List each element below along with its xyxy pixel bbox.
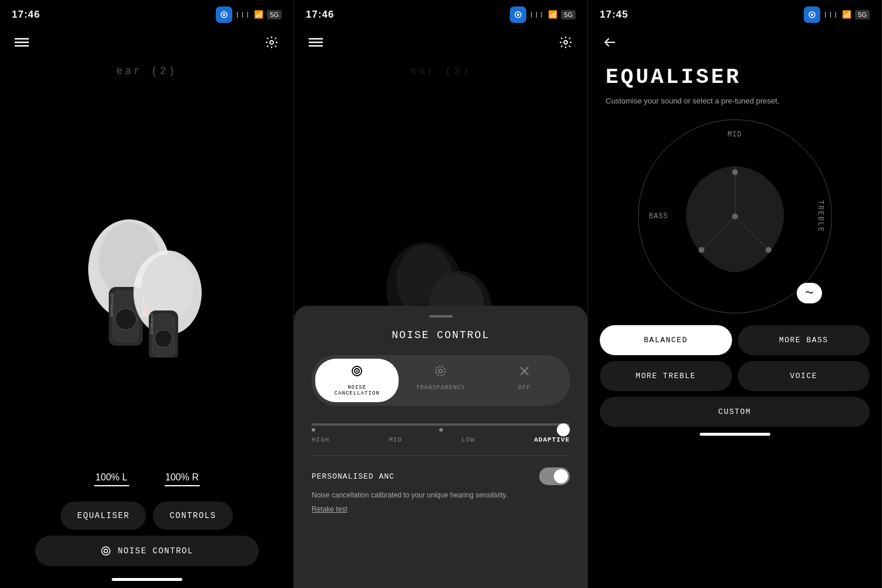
level-dots: [312, 428, 570, 432]
battery-row: 100% L 100% R: [94, 472, 200, 486]
eq-treble-label: TREBLE: [816, 200, 824, 232]
svg-point-20: [104, 549, 108, 553]
svg-point-10: [115, 309, 136, 330]
panel-main: 17:46 ||| 📶 5G ear (2) NOTHI: [0, 0, 294, 588]
eq-header: [588, 29, 881, 59]
level-dot-high: [312, 428, 315, 432]
anc-title: PERSONALISED ANC: [312, 472, 395, 481]
svg-point-1: [223, 14, 225, 16]
svg-point-41: [436, 366, 445, 376]
noise-opt-transparency[interactable]: TRANSPARENCY: [399, 359, 482, 402]
panel-equaliser: 17:45 ||| 📶 5G EQUALISER Customise your …: [588, 0, 882, 588]
svg-point-42: [439, 369, 442, 373]
svg-point-52: [699, 247, 704, 253]
level-row: HIGH MID LOW ADAPTIVE: [312, 423, 570, 443]
nc-icon: [350, 365, 363, 381]
wifi-icon-3: 📶: [842, 10, 851, 19]
panel-noise-control: 17:46 ||| 📶 5G ear (2): [294, 0, 588, 588]
noise-opt-nc[interactable]: NOISECANCELLATION: [315, 359, 399, 402]
preset-more-bass[interactable]: MORE BASS: [738, 325, 870, 355]
eq-title: EQUALISER: [606, 65, 864, 89]
svg-point-17: [155, 330, 172, 348]
battery-right-bar: [165, 485, 200, 486]
signal-icon-1: |||: [236, 11, 251, 18]
svg-text:NOTHING ear (2): NOTHING ear (2): [151, 313, 153, 334]
earbuds-area-1: NOTHING ear (2) NOTHING ear (2): [0, 83, 293, 467]
anc-section: PERSONALISED ANC Noise cancellation cali…: [312, 455, 570, 513]
battery-left: 100% L: [94, 472, 129, 486]
transparency-icon: [434, 365, 447, 381]
top-bar-1: [0, 29, 293, 59]
preset-balanced[interactable]: BALANCED: [600, 325, 732, 355]
signal-icon-3: |||: [824, 11, 839, 18]
anc-header: PERSONALISED ANC: [312, 467, 570, 485]
noise-control-icon: [100, 545, 112, 557]
battery-right: 100% R: [165, 472, 200, 486]
toggle-thumb: [554, 469, 568, 483]
retake-test-link[interactable]: Retake test: [312, 505, 570, 513]
anc-desc: Noise cancellation calibrated to your un…: [312, 490, 570, 500]
battery-right-pct: 100% R: [165, 472, 199, 483]
eq-visual: MID BASS TREBLE 〜: [638, 119, 832, 313]
wifi-icon-1: 📶: [254, 10, 263, 19]
svg-point-14: [142, 255, 193, 319]
eq-mid-label: MID: [727, 131, 742, 139]
status-time-3: 17:45: [600, 9, 628, 21]
settings-icon[interactable]: [265, 35, 279, 54]
preset-more-treble[interactable]: MORE TREBLE: [600, 361, 732, 391]
off-label: OFF: [518, 385, 530, 391]
status-time-1: 17:46: [12, 9, 40, 21]
bottom-bar-3: [700, 433, 770, 436]
back-button[interactable]: [603, 35, 617, 54]
off-icon: [518, 365, 531, 381]
svg-point-51: [732, 169, 738, 175]
level-high: HIGH: [312, 436, 329, 443]
svg-point-50: [732, 213, 738, 219]
status-icons-1: ||| 📶 5G: [216, 6, 282, 23]
modal-handle: [429, 315, 453, 318]
eq-title-section: EQUALISER Customise your sound or select…: [588, 59, 881, 113]
eq-presets: BALANCED MORE BASS MORE TREBLE VOICE CUS…: [588, 319, 881, 433]
controls-button[interactable]: CONTROLS: [153, 502, 232, 530]
eq-bass-label: BASS: [649, 212, 669, 220]
wave-button[interactable]: 〜: [797, 283, 822, 303]
level-track[interactable]: [312, 423, 570, 426]
svg-point-46: [811, 14, 813, 16]
app-icon-1: [216, 6, 232, 23]
earbuds-image-1: NOTHING ear (2) NOTHING ear (2): [65, 193, 229, 358]
level-low: LOW: [462, 436, 475, 443]
status-bar-3: 17:45 ||| 📶 5G: [588, 0, 881, 29]
preset-voice[interactable]: VOICE: [738, 361, 870, 391]
svg-point-53: [766, 247, 771, 253]
svg-point-5: [270, 41, 273, 44]
level-thumb[interactable]: [557, 423, 570, 436]
svg-point-19: [102, 547, 110, 555]
noise-options-row: NOISECANCELLATION TRANSPARENCY: [312, 355, 570, 406]
level-mid: MID: [389, 436, 402, 443]
battery-left-bar: [94, 485, 129, 486]
level-adaptive: ADAPTIVE: [534, 436, 570, 443]
preset-custom[interactable]: CUSTOM: [600, 397, 870, 427]
noise-opt-off[interactable]: OFF: [483, 359, 566, 402]
battery-icon-1: 5G: [267, 10, 282, 19]
nc-label: NOISECANCELLATION: [335, 385, 380, 396]
svg-text:NOTHING ear (2): NOTHING ear (2): [110, 293, 113, 316]
noise-control-label: NOISE CONTROL: [118, 546, 193, 556]
battery-left-pct: 100% L: [95, 472, 127, 483]
equaliser-button[interactable]: EQUALISER: [61, 502, 146, 530]
btn-row-1: EQUALISER CONTROLS: [61, 502, 232, 530]
device-name-1: ear (2): [116, 65, 178, 77]
bottom-bar-1: [112, 578, 182, 581]
eq-desc: Customise your sound or select a pre-tun…: [606, 95, 864, 108]
modal-title: NOISE CONTROL: [392, 329, 489, 341]
battery-icon-3: 5G: [855, 10, 870, 19]
noise-control-button[interactable]: NOISE CONTROL: [35, 536, 259, 566]
menu-icon[interactable]: [15, 37, 29, 52]
anc-toggle[interactable]: [539, 467, 570, 485]
eq-blob[interactable]: [662, 143, 808, 290]
level-labels: HIGH MID LOW ADAPTIVE: [312, 436, 570, 443]
noise-control-modal: NOISE CONTROL NOISECANCELLATION: [294, 306, 587, 588]
transparency-label: TRANSPARENCY: [416, 385, 465, 391]
svg-point-40: [356, 370, 358, 372]
status-bar-1: 17:46 ||| 📶 5G: [0, 0, 293, 29]
